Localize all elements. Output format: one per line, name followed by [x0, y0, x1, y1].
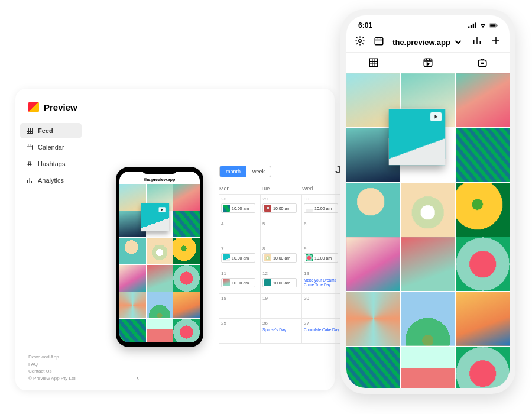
- reel-icon: [158, 207, 165, 212]
- feed-tile: [173, 238, 200, 264]
- feed-tile[interactable]: [401, 347, 455, 388]
- sidebar-item-calendar[interactable]: Calendar: [20, 140, 82, 155]
- analytics-icon[interactable]: [472, 35, 482, 48]
- account-name: the.preview.app: [392, 38, 450, 47]
- feed-tile[interactable]: [389, 109, 446, 166]
- calendar-cell[interactable]: 25: [219, 319, 261, 344]
- account-switcher[interactable]: the.preview.app: [392, 37, 463, 47]
- calendar-cell[interactable]: 6: [302, 219, 343, 244]
- calendar-daynum: 18: [221, 296, 258, 301]
- footer-link[interactable]: FAQ: [28, 361, 76, 368]
- feed-tile[interactable]: [456, 128, 510, 182]
- tab-reels[interactable]: [401, 53, 455, 73]
- settings-icon[interactable]: [355, 35, 365, 48]
- tab-igtv[interactable]: [455, 53, 510, 73]
- event-time: 10.00 am: [273, 281, 290, 285]
- svg-rect-5: [475, 22, 476, 28]
- feed-tile[interactable]: [456, 292, 510, 345]
- sidebar-item-label: Calendar: [38, 144, 64, 151]
- svg-rect-10: [375, 38, 383, 45]
- feed-tile[interactable]: [346, 292, 400, 345]
- calendar-icon: [26, 144, 33, 151]
- feed-tile[interactable]: [346, 183, 400, 237]
- event-time: 10.00 am: [232, 256, 249, 260]
- event-thumb: [223, 279, 230, 286]
- day-header: Tue: [261, 186, 302, 192]
- feed-tile[interactable]: [456, 347, 510, 388]
- feed-tile: [173, 211, 200, 238]
- event-time: 10.00 am: [273, 256, 290, 260]
- sidebar-item-analytics[interactable]: Analytics: [20, 173, 82, 188]
- calendar-panel: month week Ja Mon Tue Wed 2810.00 am2910…: [219, 166, 343, 344]
- feed-tile[interactable]: [456, 73, 510, 127]
- event-time: 10.00 am: [232, 206, 249, 211]
- toggle-month[interactable]: month: [220, 166, 246, 177]
- battery-icon: [489, 22, 498, 28]
- sidebar-item-feed[interactable]: Feed: [20, 123, 82, 138]
- svg-rect-4: [473, 24, 474, 28]
- event-thumb: [223, 254, 230, 261]
- feed-tile[interactable]: [346, 237, 400, 291]
- calendar-holiday-link[interactable]: Spouse's Day: [262, 328, 300, 332]
- calendar-cell[interactable]: 910.00 am: [302, 244, 343, 269]
- calendar-event[interactable]: 10.00 am: [262, 253, 297, 263]
- add-icon[interactable]: [491, 35, 501, 48]
- calendar-cell[interactable]: 2810.00 am: [219, 195, 261, 219]
- footer-link[interactable]: Download App: [28, 354, 76, 361]
- sidebar-collapse-button[interactable]: ‹: [137, 374, 139, 382]
- feed-tile[interactable]: [401, 292, 455, 345]
- feed-tile[interactable]: [401, 237, 455, 291]
- calendar-cell[interactable]: 3010.00 am: [302, 195, 343, 219]
- feed-tabs: [346, 52, 510, 73]
- calendar-event[interactable]: 10.00 am: [304, 253, 338, 263]
- calendar-cell[interactable]: 26Spouse's Day: [261, 319, 302, 344]
- feed-tile: [147, 319, 173, 342]
- toggle-week[interactable]: week: [246, 166, 271, 177]
- calendar-event[interactable]: 10.00 am: [262, 203, 297, 213]
- svg-rect-1: [27, 145, 33, 150]
- calendar-cell[interactable]: 810.00 am: [261, 244, 302, 269]
- calendar-daynum: 26: [262, 321, 300, 326]
- day-header: Mon: [219, 186, 261, 192]
- calendar-holiday-link[interactable]: Make your Dreams Come True Day: [304, 278, 341, 288]
- calendar-cell[interactable]: 20: [302, 294, 343, 319]
- svg-rect-12: [424, 59, 432, 67]
- calendar-cell[interactable]: 27Chocolate Cake Day: [302, 319, 343, 344]
- calendar-holiday-link[interactable]: Chocolate Cake Day: [304, 328, 341, 332]
- calendar-icon[interactable]: [374, 35, 384, 48]
- calendar-daynum: 27: [304, 321, 341, 326]
- feed-tile[interactable]: [346, 347, 400, 388]
- calendar-cell[interactable]: 19: [261, 294, 302, 319]
- sidebar: Feed Calendar Hashtags Analytics: [15, 123, 86, 188]
- calendar-view-toggle[interactable]: month week: [219, 166, 271, 177]
- footer-link[interactable]: Contact Us: [28, 368, 76, 375]
- calendar-cell[interactable]: 1210.00 am: [261, 269, 302, 294]
- calendar-cell[interactable]: 1110.00 am: [219, 269, 261, 294]
- status-time: 6:01: [358, 21, 372, 30]
- calendar-cell[interactable]: 5: [261, 219, 302, 244]
- feed-tile: [141, 203, 169, 231]
- calendar-cell[interactable]: 18: [219, 294, 261, 319]
- feed-tile[interactable]: [401, 183, 455, 237]
- calendar-cell[interactable]: 710.00 am: [219, 244, 261, 269]
- calendar-daynum: 7: [221, 246, 258, 251]
- sidebar-item-label: Feed: [38, 127, 53, 134]
- calendar-cell[interactable]: 2910.00 am: [261, 195, 302, 219]
- calendar-event[interactable]: 10.00 am: [262, 278, 297, 287]
- calendar-daynum: 6: [304, 221, 341, 227]
- calendar-event[interactable]: 10.00 am: [221, 253, 255, 263]
- calendar-daynum: 11: [221, 271, 258, 276]
- sidebar-item-hashtags[interactable]: Hashtags: [20, 156, 82, 172]
- svg-point-9: [359, 40, 362, 43]
- calendar-event[interactable]: 10.00 am: [221, 278, 255, 287]
- feed-tile[interactable]: [456, 237, 510, 291]
- calendar-event[interactable]: 10.00 am: [304, 203, 338, 213]
- feed-tile[interactable]: [456, 183, 510, 237]
- calendar-event[interactable]: 10.00 am: [221, 203, 255, 213]
- footer-links: Download App FAQ Contact Us © Preview Ap…: [28, 354, 76, 382]
- calendar-cell[interactable]: 4: [219, 219, 261, 244]
- calendar-cell[interactable]: 13Make your Dreams Come True Day: [302, 269, 343, 294]
- tab-grid[interactable]: [346, 53, 401, 73]
- calendar-daynum: 9: [304, 246, 341, 251]
- chevron-down-icon: [453, 37, 463, 47]
